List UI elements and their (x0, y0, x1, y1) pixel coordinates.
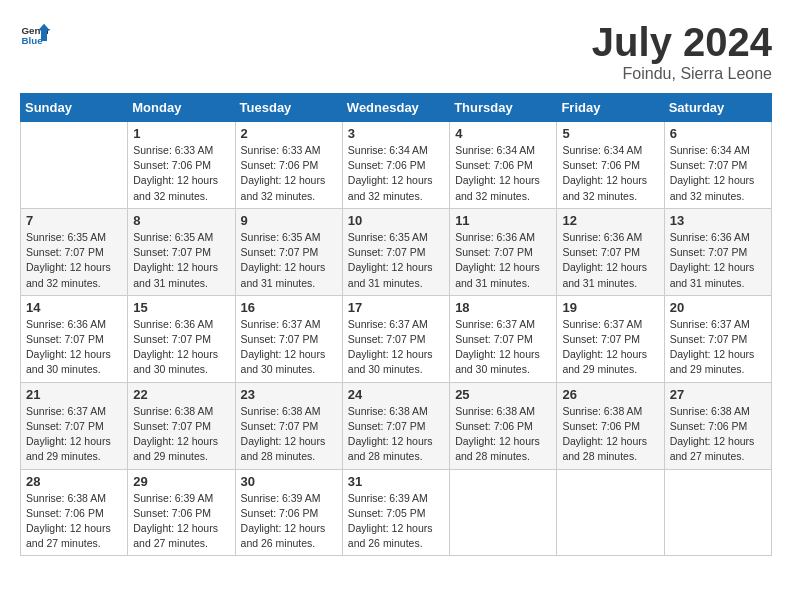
calendar-cell: 19Sunrise: 6:37 AM Sunset: 7:07 PM Dayli… (557, 295, 664, 382)
day-info: Sunrise: 6:37 AM Sunset: 7:07 PM Dayligh… (241, 317, 337, 378)
week-row-2: 7Sunrise: 6:35 AM Sunset: 7:07 PM Daylig… (21, 208, 772, 295)
calendar-cell: 16Sunrise: 6:37 AM Sunset: 7:07 PM Dayli… (235, 295, 342, 382)
day-info: Sunrise: 6:34 AM Sunset: 7:06 PM Dayligh… (562, 143, 658, 204)
calendar-cell: 22Sunrise: 6:38 AM Sunset: 7:07 PM Dayli… (128, 382, 235, 469)
day-number: 9 (241, 213, 337, 228)
day-info: Sunrise: 6:39 AM Sunset: 7:06 PM Dayligh… (133, 491, 229, 552)
day-info: Sunrise: 6:39 AM Sunset: 7:05 PM Dayligh… (348, 491, 444, 552)
calendar-cell: 12Sunrise: 6:36 AM Sunset: 7:07 PM Dayli… (557, 208, 664, 295)
day-number: 18 (455, 300, 551, 315)
day-number: 12 (562, 213, 658, 228)
calendar-cell: 21Sunrise: 6:37 AM Sunset: 7:07 PM Dayli… (21, 382, 128, 469)
calendar-cell: 15Sunrise: 6:36 AM Sunset: 7:07 PM Dayli… (128, 295, 235, 382)
calendar-cell: 1Sunrise: 6:33 AM Sunset: 7:06 PM Daylig… (128, 122, 235, 209)
calendar-cell: 13Sunrise: 6:36 AM Sunset: 7:07 PM Dayli… (664, 208, 771, 295)
day-number: 14 (26, 300, 122, 315)
day-info: Sunrise: 6:37 AM Sunset: 7:07 PM Dayligh… (670, 317, 766, 378)
day-info: Sunrise: 6:39 AM Sunset: 7:06 PM Dayligh… (241, 491, 337, 552)
calendar-cell: 10Sunrise: 6:35 AM Sunset: 7:07 PM Dayli… (342, 208, 449, 295)
day-info: Sunrise: 6:34 AM Sunset: 7:06 PM Dayligh… (348, 143, 444, 204)
day-info: Sunrise: 6:34 AM Sunset: 7:06 PM Dayligh… (455, 143, 551, 204)
day-number: 22 (133, 387, 229, 402)
calendar-cell: 28Sunrise: 6:38 AM Sunset: 7:06 PM Dayli… (21, 469, 128, 556)
title-area: July 2024 Foindu, Sierra Leone (592, 20, 772, 83)
day-number: 3 (348, 126, 444, 141)
day-number: 10 (348, 213, 444, 228)
day-info: Sunrise: 6:38 AM Sunset: 7:07 PM Dayligh… (241, 404, 337, 465)
day-number: 21 (26, 387, 122, 402)
day-number: 30 (241, 474, 337, 489)
day-number: 26 (562, 387, 658, 402)
day-info: Sunrise: 6:35 AM Sunset: 7:07 PM Dayligh… (241, 230, 337, 291)
day-number: 2 (241, 126, 337, 141)
day-number: 5 (562, 126, 658, 141)
calendar-cell: 4Sunrise: 6:34 AM Sunset: 7:06 PM Daylig… (450, 122, 557, 209)
day-info: Sunrise: 6:34 AM Sunset: 7:07 PM Dayligh… (670, 143, 766, 204)
calendar-cell: 17Sunrise: 6:37 AM Sunset: 7:07 PM Dayli… (342, 295, 449, 382)
calendar-cell: 31Sunrise: 6:39 AM Sunset: 7:05 PM Dayli… (342, 469, 449, 556)
column-header-friday: Friday (557, 94, 664, 122)
day-number: 4 (455, 126, 551, 141)
calendar-header-row: SundayMondayTuesdayWednesdayThursdayFrid… (21, 94, 772, 122)
day-info: Sunrise: 6:36 AM Sunset: 7:07 PM Dayligh… (562, 230, 658, 291)
calendar-cell: 25Sunrise: 6:38 AM Sunset: 7:06 PM Dayli… (450, 382, 557, 469)
calendar-cell: 14Sunrise: 6:36 AM Sunset: 7:07 PM Dayli… (21, 295, 128, 382)
calendar-cell: 8Sunrise: 6:35 AM Sunset: 7:07 PM Daylig… (128, 208, 235, 295)
day-info: Sunrise: 6:38 AM Sunset: 7:06 PM Dayligh… (455, 404, 551, 465)
column-header-monday: Monday (128, 94, 235, 122)
day-number: 13 (670, 213, 766, 228)
day-number: 29 (133, 474, 229, 489)
calendar-cell: 11Sunrise: 6:36 AM Sunset: 7:07 PM Dayli… (450, 208, 557, 295)
day-info: Sunrise: 6:38 AM Sunset: 7:07 PM Dayligh… (133, 404, 229, 465)
calendar-cell: 5Sunrise: 6:34 AM Sunset: 7:06 PM Daylig… (557, 122, 664, 209)
day-info: Sunrise: 6:38 AM Sunset: 7:06 PM Dayligh… (562, 404, 658, 465)
day-number: 16 (241, 300, 337, 315)
day-number: 24 (348, 387, 444, 402)
calendar-cell (450, 469, 557, 556)
calendar-cell: 9Sunrise: 6:35 AM Sunset: 7:07 PM Daylig… (235, 208, 342, 295)
calendar-cell (557, 469, 664, 556)
day-number: 6 (670, 126, 766, 141)
day-info: Sunrise: 6:35 AM Sunset: 7:07 PM Dayligh… (348, 230, 444, 291)
calendar-cell (21, 122, 128, 209)
day-info: Sunrise: 6:37 AM Sunset: 7:07 PM Dayligh… (562, 317, 658, 378)
calendar-cell: 27Sunrise: 6:38 AM Sunset: 7:06 PM Dayli… (664, 382, 771, 469)
calendar-cell: 29Sunrise: 6:39 AM Sunset: 7:06 PM Dayli… (128, 469, 235, 556)
day-number: 23 (241, 387, 337, 402)
svg-text:Blue: Blue (22, 35, 44, 46)
week-row-3: 14Sunrise: 6:36 AM Sunset: 7:07 PM Dayli… (21, 295, 772, 382)
calendar-cell: 3Sunrise: 6:34 AM Sunset: 7:06 PM Daylig… (342, 122, 449, 209)
day-number: 7 (26, 213, 122, 228)
day-number: 20 (670, 300, 766, 315)
day-number: 15 (133, 300, 229, 315)
calendar-cell: 26Sunrise: 6:38 AM Sunset: 7:06 PM Dayli… (557, 382, 664, 469)
column-header-thursday: Thursday (450, 94, 557, 122)
day-number: 25 (455, 387, 551, 402)
column-header-tuesday: Tuesday (235, 94, 342, 122)
column-header-saturday: Saturday (664, 94, 771, 122)
day-info: Sunrise: 6:36 AM Sunset: 7:07 PM Dayligh… (133, 317, 229, 378)
calendar-cell: 23Sunrise: 6:38 AM Sunset: 7:07 PM Dayli… (235, 382, 342, 469)
day-number: 17 (348, 300, 444, 315)
day-number: 11 (455, 213, 551, 228)
day-number: 31 (348, 474, 444, 489)
column-header-sunday: Sunday (21, 94, 128, 122)
calendar-cell: 2Sunrise: 6:33 AM Sunset: 7:06 PM Daylig… (235, 122, 342, 209)
day-info: Sunrise: 6:36 AM Sunset: 7:07 PM Dayligh… (26, 317, 122, 378)
day-info: Sunrise: 6:38 AM Sunset: 7:06 PM Dayligh… (670, 404, 766, 465)
day-number: 8 (133, 213, 229, 228)
day-info: Sunrise: 6:35 AM Sunset: 7:07 PM Dayligh… (26, 230, 122, 291)
calendar-title: July 2024 (592, 20, 772, 65)
day-info: Sunrise: 6:33 AM Sunset: 7:06 PM Dayligh… (241, 143, 337, 204)
day-number: 27 (670, 387, 766, 402)
day-number: 19 (562, 300, 658, 315)
calendar-cell (664, 469, 771, 556)
calendar-cell: 6Sunrise: 6:34 AM Sunset: 7:07 PM Daylig… (664, 122, 771, 209)
calendar-cell: 24Sunrise: 6:38 AM Sunset: 7:07 PM Dayli… (342, 382, 449, 469)
calendar-cell: 30Sunrise: 6:39 AM Sunset: 7:06 PM Dayli… (235, 469, 342, 556)
calendar-cell: 18Sunrise: 6:37 AM Sunset: 7:07 PM Dayli… (450, 295, 557, 382)
column-header-wednesday: Wednesday (342, 94, 449, 122)
day-info: Sunrise: 6:38 AM Sunset: 7:07 PM Dayligh… (348, 404, 444, 465)
day-info: Sunrise: 6:37 AM Sunset: 7:07 PM Dayligh… (455, 317, 551, 378)
calendar-cell: 20Sunrise: 6:37 AM Sunset: 7:07 PM Dayli… (664, 295, 771, 382)
